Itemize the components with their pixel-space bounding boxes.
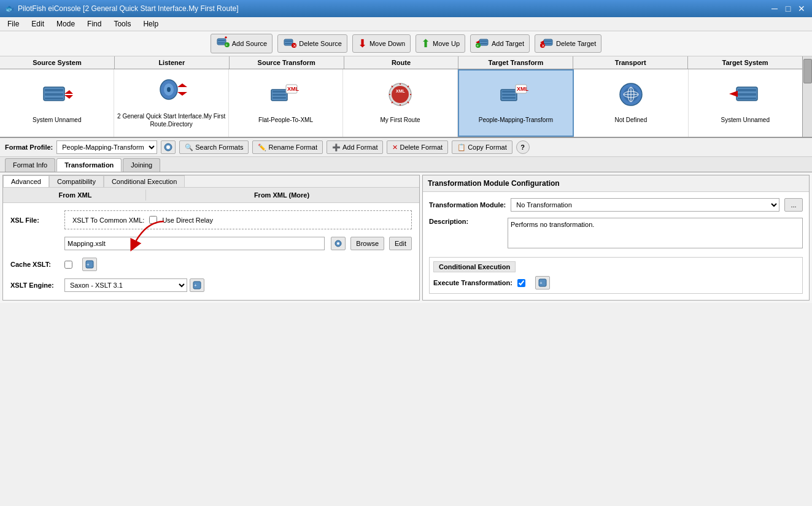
delete-format-label: Delete Format (400, 144, 443, 151)
transformation-module-select[interactable]: No Transformation (511, 198, 779, 212)
svg-rect-55 (502, 97, 516, 99)
xsl-filename-input[interactable] (64, 237, 325, 250)
node-target-system[interactable]: System Unnamed (689, 69, 802, 137)
restore-button[interactable]: □ (783, 3, 794, 14)
delete-source-label: Delete Source (299, 40, 342, 47)
xsl-file-section: XSLT To Common XML: Use Direct Relay (64, 210, 412, 229)
scrollbar-thumb[interactable] (803, 59, 812, 83)
col-source-system: Source System (0, 56, 115, 69)
listener-label: 2 General Quick Start Interface.My First… (117, 112, 225, 128)
edit-button[interactable]: Edit (389, 237, 412, 250)
search-formats-label: Search Formats (195, 144, 243, 151)
svg-rect-8 (285, 40, 292, 42)
move-up-button[interactable]: ⬆ Move Up (416, 34, 465, 53)
search-formats-icon: 🔍 (185, 144, 193, 151)
svg-text:XML: XML (287, 86, 300, 92)
svg-marker-28 (64, 90, 73, 94)
tab-content-area: Advanced Compatibility Conditional Execu… (0, 172, 812, 303)
delete-target-button[interactable]: ✕ Delete Target (535, 34, 601, 53)
module-browse-button[interactable]: ... (784, 198, 803, 212)
menu-find[interactable]: Find (82, 18, 106, 29)
execute-transformation-row: Execute Transformation: + (433, 276, 798, 289)
description-textarea[interactable]: Performs no transformation. (508, 218, 803, 248)
help-icon: ? (520, 144, 525, 151)
cache-xslt-checkbox[interactable] (64, 261, 72, 269)
description-label: Description: (429, 218, 503, 225)
svg-text:+: + (539, 280, 543, 286)
copy-format-button[interactable]: 📋 Copy Format (452, 140, 512, 154)
pipeline-scrollbar[interactable] (802, 56, 812, 137)
close-button[interactable]: ✕ (796, 3, 807, 14)
from-xml-more-tab[interactable]: From XML (More) (146, 190, 417, 201)
svg-rect-19 (544, 40, 552, 42)
node-route[interactable]: XML My First Route (343, 69, 457, 137)
node-listener[interactable]: 2 General Quick Start Interface.My First… (114, 69, 228, 137)
rename-format-button[interactable]: ✏️ Rename Format (252, 140, 322, 154)
tab-format-info[interactable]: Format Info (5, 158, 55, 172)
svg-point-70 (166, 145, 170, 149)
delete-format-button[interactable]: ✕ Delete Format (387, 140, 448, 154)
from-xml-tab[interactable]: From XML (5, 190, 146, 201)
copy-format-label: Copy Format (468, 144, 507, 151)
sub-tab-advanced[interactable]: Advanced (3, 175, 49, 187)
sub-tab-conditional[interactable]: Conditional Execution (104, 175, 185, 187)
add-source-button[interactable]: + Add Source (211, 34, 273, 53)
target-transform-icon: XML (500, 82, 532, 112)
title-bar: 🐟 PilotFish eiConsole [2 General Quick S… (0, 0, 812, 17)
add-target-label: Add Target (492, 40, 524, 47)
pipeline-nodes: System Unnamed 2 General Quick Start Int (0, 69, 802, 137)
move-down-label: Move Down (369, 40, 405, 47)
menu-file[interactable]: File (2, 18, 24, 29)
xslt-engine-select[interactable]: Saxon - XSLT 3.1 (64, 278, 187, 292)
svg-text:+: + (476, 44, 479, 48)
svg-marker-68 (729, 91, 738, 97)
xsl-file-icon-btn[interactable] (331, 237, 346, 250)
tab-joining[interactable]: Joining (123, 158, 160, 172)
add-target-button[interactable]: + Add Target (470, 34, 530, 53)
execute-transformation-icon-btn[interactable]: + (535, 276, 550, 289)
svg-marker-32 (177, 83, 187, 87)
node-target-transform[interactable]: XML People-Mapping-Transform (458, 69, 574, 137)
svg-rect-20 (544, 43, 552, 44)
menu-mode[interactable]: Mode (52, 18, 80, 29)
form-content: XSL File: XSLT To Common XML: Use Direct… (3, 203, 419, 299)
menu-tools[interactable]: Tools (109, 18, 136, 29)
xsl-input-row: Browse Edit (10, 237, 412, 250)
node-source-system[interactable]: System Unnamed (0, 69, 114, 137)
minimize-button[interactable]: ─ (769, 3, 780, 14)
svg-text:✕: ✕ (293, 44, 296, 48)
svg-point-72 (337, 242, 339, 245)
node-source-transform[interactable]: XML Flat-People-To-XML (229, 69, 343, 137)
search-formats-button[interactable]: 🔍 Search Formats (179, 140, 249, 154)
svg-rect-36 (273, 91, 286, 93)
copy-format-icon: 📋 (457, 144, 466, 151)
right-panel: Transformation Module Configuration Tran… (422, 175, 810, 301)
execute-transformation-checkbox[interactable] (517, 279, 525, 287)
sub-tab-compatibility[interactable]: Compatibility (49, 175, 104, 187)
browse-button[interactable]: Browse (350, 237, 384, 250)
add-format-button[interactable]: ➕ Add Format (327, 140, 383, 154)
menu-help[interactable]: Help (138, 18, 163, 29)
help-button[interactable]: ? (516, 140, 530, 154)
cache-xslt-icon-btn[interactable]: + (82, 258, 97, 271)
add-source-label: Add Source (232, 40, 267, 47)
svg-rect-12 (479, 39, 488, 45)
menu-edit[interactable]: Edit (26, 18, 49, 29)
xslt-engine-label: XSLT Engine: (10, 282, 60, 289)
cache-xslt-label: Cache XSLT: (10, 261, 60, 268)
format-profile-icon-btn[interactable] (161, 140, 176, 154)
add-format-icon: ➕ (332, 144, 341, 151)
node-transport[interactable]: Not Defined (574, 69, 688, 137)
svg-text:+: + (194, 283, 197, 288)
use-direct-relay-checkbox[interactable] (149, 216, 157, 224)
col-target-system: Target System (688, 56, 802, 69)
delete-target-label: Delete Target (556, 40, 596, 47)
move-up-icon: ⬆ (421, 37, 430, 50)
delete-source-button[interactable]: ✕ Delete Source (277, 34, 347, 53)
tab-transformation[interactable]: Transformation (56, 158, 122, 172)
cache-xslt-row: Cache XSLT: + (10, 258, 412, 271)
move-down-button[interactable]: ⬇ Move Down (352, 34, 411, 53)
format-profile-select[interactable]: People-Mapping-Transform (56, 140, 157, 154)
svg-rect-18 (544, 39, 552, 45)
xslt-engine-icon-btn[interactable]: + (190, 278, 204, 292)
